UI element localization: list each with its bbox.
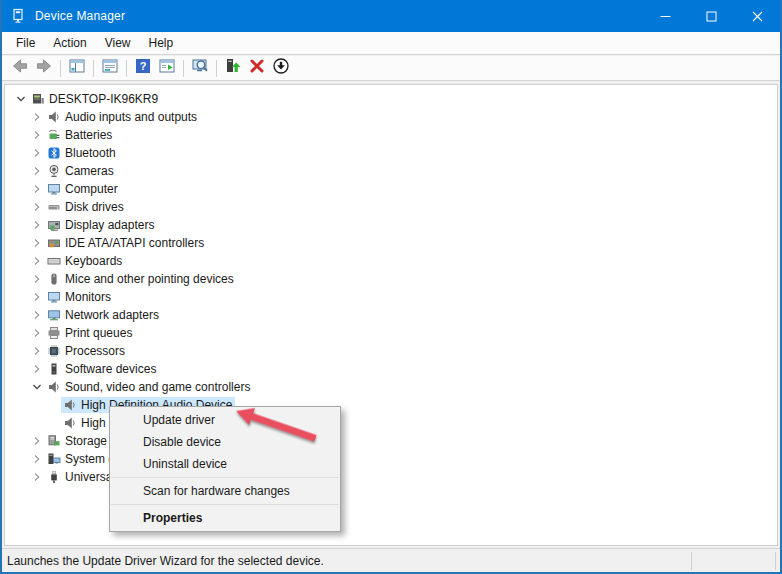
scan-hardware-button[interactable] (188, 57, 212, 79)
chevron-right-icon[interactable] (29, 362, 45, 376)
statusbar-divider (691, 552, 692, 570)
tree-item-label: Network adapters (65, 308, 159, 322)
chevron-right-icon[interactable] (29, 308, 45, 322)
tree-item-label: Display adapters (65, 218, 154, 232)
context-menu-uninstall-device[interactable]: Uninstall device (110, 453, 340, 475)
tree-item-mice-and-other-pointing-devices[interactable]: Mice and other pointing devices (5, 270, 777, 288)
menu-help[interactable]: Help (140, 33, 183, 53)
tree-item-software-devices[interactable]: Software devices (5, 360, 777, 378)
chevron-right-icon[interactable] (29, 272, 45, 286)
tree-item-sound-video-and-game-controllers[interactable]: Sound, video and game controllers (5, 378, 777, 396)
disable-device-button[interactable] (269, 57, 293, 79)
tree-item-label: Software devices (65, 362, 156, 376)
tree-item-keyboards[interactable]: Keyboards (5, 252, 777, 270)
context-menu-separator (111, 477, 339, 478)
ide-controller-icon (46, 236, 61, 250)
update-driver-button[interactable] (221, 57, 245, 79)
device-manager-window: Device Manager FileActionViewHelp ? DESK… (0, 0, 782, 574)
properties-window-button[interactable] (98, 57, 122, 79)
tree-item-batteries[interactable]: Batteries (5, 126, 777, 144)
chevron-right-icon[interactable] (29, 200, 45, 214)
tree-item-bluetooth[interactable]: Bluetooth (5, 144, 777, 162)
toolbar-separator (216, 60, 217, 77)
device-manager-icon (11, 8, 27, 24)
chevron-right-icon[interactable] (29, 254, 45, 268)
monitor-icon (46, 290, 61, 304)
toolbar-separator (183, 60, 184, 77)
chevron-right-icon[interactable] (29, 146, 45, 160)
tree-item-label: DESKTOP-IK96KR9 (49, 92, 158, 106)
tree-item-label: IDE ATA/ATAPI controllers (65, 236, 204, 250)
chevron-spacer (45, 398, 61, 412)
tree-item-disk-drives[interactable]: Disk drives (5, 198, 777, 216)
tree-item-label: Monitors (65, 290, 111, 304)
menu-view[interactable]: View (96, 33, 140, 53)
tree-item-label: Processors (65, 344, 125, 358)
speaker-icon (62, 398, 77, 412)
scan-hardware-icon (191, 57, 209, 79)
tree-item-ide-ata-atapi-controllers[interactable]: IDE ATA/ATAPI controllers (5, 234, 777, 252)
console-tree-icon (68, 57, 86, 79)
chevron-right-icon[interactable] (29, 434, 45, 448)
chevron-right-icon[interactable] (29, 110, 45, 124)
camera-icon (46, 164, 61, 178)
back-icon (11, 57, 29, 79)
tree-item-label: Sound, video and game controllers (65, 380, 250, 394)
chevron-right-icon[interactable] (29, 182, 45, 196)
speaker-icon (46, 110, 61, 124)
console-tree-button[interactable] (65, 57, 89, 79)
window-controls (642, 0, 780, 32)
statusbar: Launches the Update Driver Wizard for th… (2, 548, 780, 572)
help-button[interactable]: ? (131, 57, 155, 79)
mouse-icon (46, 272, 61, 286)
forward-button[interactable] (32, 57, 56, 79)
tree-item-monitors[interactable]: Monitors (5, 288, 777, 306)
tree-item-cameras[interactable]: Cameras (5, 162, 777, 180)
chevron-down-icon[interactable] (29, 380, 45, 394)
menu-action[interactable]: Action (44, 33, 95, 53)
chevron-down-icon[interactable] (13, 92, 29, 106)
update-driver-icon (224, 57, 242, 79)
back-button[interactable] (8, 57, 32, 79)
storage-controller-icon (46, 434, 61, 448)
tree-item-computer[interactable]: Computer (5, 180, 777, 198)
maximize-icon (706, 11, 717, 22)
tree-item-label: Bluetooth (65, 146, 116, 160)
tree-item-label: Batteries (65, 128, 112, 142)
uninstall-device-button[interactable] (245, 57, 269, 79)
titlebar: Device Manager (2, 0, 780, 32)
context-menu-properties[interactable]: Properties (110, 507, 340, 529)
chevron-right-icon[interactable] (29, 326, 45, 340)
maximize-button[interactable] (688, 0, 734, 32)
tree-item-print-queues[interactable]: Print queues (5, 324, 777, 342)
action-pane-button[interactable] (155, 57, 179, 79)
tree-item-label: Cameras (65, 164, 114, 178)
chevron-right-icon[interactable] (29, 452, 45, 466)
tree-item-display-adapters[interactable]: Display adapters (5, 216, 777, 234)
close-button[interactable] (734, 0, 780, 32)
tree-item-label: Keyboards (65, 254, 122, 268)
bluetooth-icon (46, 146, 61, 160)
tree-item-processors[interactable]: Processors (5, 342, 777, 360)
display-adapter-icon (46, 218, 61, 232)
menubar: FileActionViewHelp (2, 32, 780, 55)
chevron-right-icon[interactable] (29, 470, 45, 484)
minimize-button[interactable] (642, 0, 688, 32)
chevron-right-icon[interactable] (29, 236, 45, 250)
chevron-right-icon[interactable] (29, 344, 45, 358)
context-menu-scan-for-hardware-changes[interactable]: Scan for hardware changes (110, 480, 340, 502)
tree-item-label: Print queues (65, 326, 132, 340)
toolbar-separator (60, 60, 61, 77)
tree-item-network-adapters[interactable]: Network adapters (5, 306, 777, 324)
chevron-right-icon[interactable] (29, 290, 45, 304)
chevron-right-icon[interactable] (29, 128, 45, 142)
chevron-right-icon[interactable] (29, 218, 45, 232)
tree-item-label: Disk drives (65, 200, 124, 214)
menu-file[interactable]: File (7, 33, 44, 53)
disk-icon (46, 200, 61, 214)
tree-item-desktop-ik96kr9[interactable]: DESKTOP-IK96KR9 (5, 90, 777, 108)
action-pane-icon (158, 57, 176, 79)
tree-item-audio-inputs-and-outputs[interactable]: Audio inputs and outputs (5, 108, 777, 126)
chevron-right-icon[interactable] (29, 164, 45, 178)
computer-device-icon (30, 92, 45, 106)
